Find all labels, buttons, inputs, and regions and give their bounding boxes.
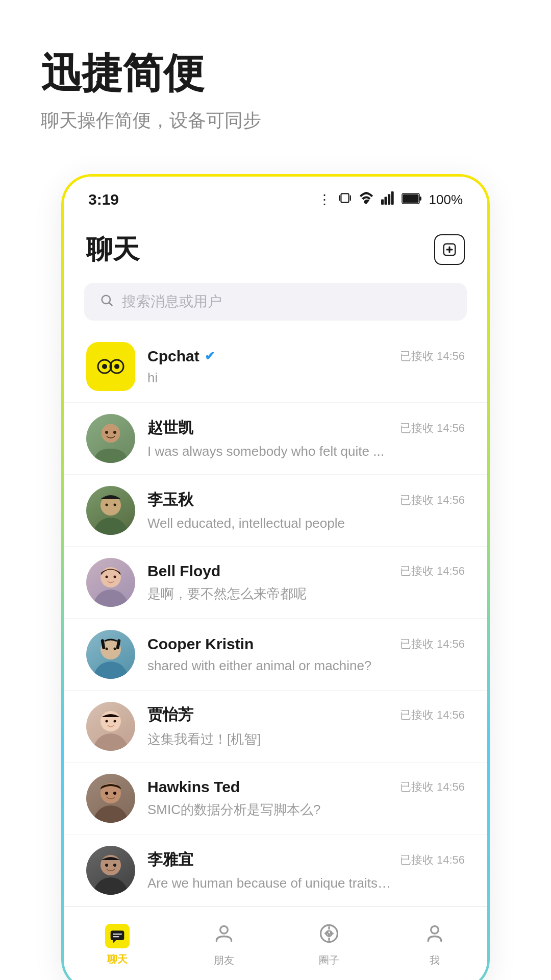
chat-contact-name: 贾怡芳: [147, 704, 193, 725]
nav-item-chat[interactable]: 聊天: [95, 919, 140, 971]
svg-point-18: [114, 364, 119, 369]
chat-list: Cpchat ✔ 已接收 14:56 hi: [64, 331, 487, 906]
svg-line-14: [109, 303, 112, 305]
svg-rect-49: [111, 930, 124, 940]
svg-point-23: [93, 518, 128, 535]
friends-nav-icon: [213, 922, 235, 949]
svg-point-26: [114, 504, 116, 506]
chat-contact-name: Cpchat ✔: [147, 348, 215, 365]
app-content: 聊天 搜索消息或用户: [64, 216, 487, 980]
nav-item-friends[interactable]: 朋友: [203, 917, 245, 972]
chat-contact-name: Bell Floyd: [147, 562, 220, 580]
vibrate-icon: [338, 191, 352, 208]
add-chat-button[interactable]: [434, 234, 465, 265]
chat-timestamp: 已接收 14:56: [400, 852, 465, 868]
svg-rect-6: [391, 191, 393, 205]
chat-preview-text: Well educated, intellectual people: [147, 516, 392, 531]
chat-name-row: Hawkins Ted 已接收 14:56: [147, 778, 465, 796]
chat-info: 李玉秋 已接收 14:56 Well educated, intellectua…: [147, 489, 465, 531]
chat-timestamp: 已接收 14:56: [400, 349, 465, 364]
list-item[interactable]: Cpchat ✔ 已接收 14:56 hi: [64, 331, 487, 403]
chat-info: Bell Floyd 已接收 14:56 是啊，要不然怎么来帝都呢: [147, 562, 465, 603]
me-nav-icon: [423, 922, 446, 949]
battery-percent: 100%: [429, 192, 463, 208]
list-item[interactable]: Cooper Kristin 已接收 14:56 shared with eit…: [64, 619, 487, 691]
nav-item-circle[interactable]: 圈子: [308, 917, 350, 972]
list-item[interactable]: Bell Floyd 已接收 14:56 是啊，要不然怎么来帝都呢: [64, 547, 487, 619]
svg-point-44: [113, 792, 116, 795]
svg-point-47: [105, 864, 108, 867]
svg-point-30: [114, 576, 116, 578]
avatar: [86, 342, 135, 391]
chat-info: Hawkins Ted 已接收 14:56 SMIC的数据分析是写脚本么?: [147, 778, 465, 819]
list-item[interactable]: 赵世凯 已接收 14:56 I was always somebody who …: [64, 403, 487, 475]
svg-rect-8: [419, 197, 421, 201]
chat-info: Cooper Kristin 已接收 14:56 shared with eit…: [147, 635, 465, 674]
svg-point-28: [101, 567, 121, 587]
nav-label-circle: 圈子: [319, 953, 339, 967]
chat-preview-text: I was always somebody who felt quite ...: [147, 444, 392, 459]
chat-preview-text: 这集我看过！[机智]: [147, 730, 392, 748]
avatar: [86, 774, 135, 823]
status-bar: 3:19 ⋮: [64, 177, 487, 216]
page-title: 迅捷简便: [41, 51, 510, 96]
avatar: [86, 414, 135, 463]
svg-point-31: [93, 662, 128, 679]
list-item[interactable]: 李雅宜 已接收 14:56 Are we human because of un…: [64, 835, 487, 906]
chat-timestamp: 已接收 14:56: [400, 493, 465, 508]
svg-rect-9: [403, 194, 418, 203]
svg-point-21: [105, 431, 108, 434]
bottom-navigation: 聊天 朋友: [64, 906, 487, 980]
chat-name-row: Bell Floyd 已接收 14:56: [147, 562, 465, 580]
svg-rect-20: [102, 424, 120, 443]
status-time: 3:19: [88, 191, 119, 208]
svg-point-29: [106, 576, 108, 578]
search-placeholder-text: 搜索消息或用户: [122, 292, 222, 311]
svg-point-45: [93, 877, 128, 895]
chat-contact-name: 李雅宜: [147, 849, 193, 870]
chat-preview-text: Are we human because of unique traits an…: [147, 875, 392, 891]
list-item[interactable]: 贾怡芳 已接收 14:56 这集我看过！[机智]: [64, 691, 487, 763]
chat-preview-text: 是啊，要不然怎么来帝都呢: [147, 585, 392, 603]
avatar: [86, 630, 135, 679]
chat-name-row: 李雅宜 已接收 14:56: [147, 849, 465, 870]
chat-name-row: 赵世凯 已接收 14:56: [147, 418, 465, 438]
page-header: 迅捷简便 聊天操作简便，设备可同步: [0, 0, 551, 154]
status-icons: ⋮: [318, 191, 463, 208]
nav-item-me[interactable]: 我: [413, 917, 456, 972]
chat-contact-name: 李玉秋: [147, 489, 193, 510]
chat-name-row: 李玉秋 已接收 14:56: [147, 489, 465, 510]
avatar: [86, 702, 135, 751]
svg-point-41: [93, 805, 128, 823]
chat-info: 贾怡芳 已接收 14:56 这集我看过！[机智]: [147, 704, 465, 748]
chat-timestamp: 已接收 14:56: [400, 564, 465, 579]
svg-rect-3: [381, 199, 384, 204]
chat-contact-name: Hawkins Ted: [147, 778, 240, 796]
signal-icon: [381, 191, 394, 208]
avatar: [86, 486, 135, 535]
search-icon: [99, 293, 114, 311]
list-item[interactable]: 李玉秋 已接收 14:56 Well educated, intellectua…: [64, 475, 487, 547]
svg-rect-0: [341, 193, 348, 202]
chat-contact-name: 赵世凯: [147, 418, 193, 438]
chat-timestamp: 已接收 14:56: [400, 779, 465, 795]
chat-screen-title: 聊天: [86, 232, 139, 267]
svg-point-27: [93, 590, 128, 607]
battery-icon: [402, 192, 422, 208]
chat-contact-name: Cooper Kristin: [147, 635, 254, 653]
svg-point-57: [431, 926, 438, 934]
svg-point-34: [114, 648, 116, 650]
list-item[interactable]: Hawkins Ted 已接收 14:56 SMIC的数据分析是写脚本么?: [64, 763, 487, 835]
search-bar[interactable]: 搜索消息或用户: [84, 283, 467, 321]
chat-timestamp: 已接收 14:56: [400, 421, 465, 436]
chat-timestamp: 已接收 14:56: [400, 636, 465, 652]
chat-preview-text: SMIC的数据分析是写脚本么?: [147, 801, 392, 819]
chat-name-row: Cooper Kristin 已接收 14:56: [147, 635, 465, 653]
chat-info: Cpchat ✔ 已接收 14:56 hi: [147, 348, 465, 386]
svg-point-52: [220, 926, 228, 934]
nav-label-me: 我: [430, 953, 440, 967]
svg-rect-4: [384, 197, 387, 205]
bluetooth-icon: ⋮: [318, 192, 331, 208]
nav-label-friends: 朋友: [214, 953, 234, 967]
avatar: [86, 558, 135, 607]
